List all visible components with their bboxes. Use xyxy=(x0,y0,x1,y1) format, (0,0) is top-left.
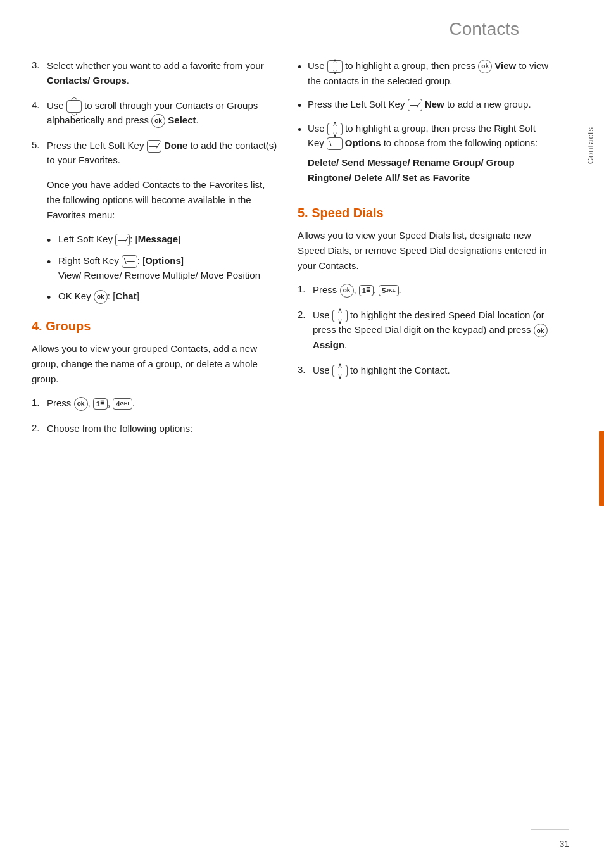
speed-content-3: Use ∧∨ to highlight the Contact. xyxy=(313,363,551,377)
bullet-content-options: Right Soft Key \—: [Options] View/ Remov… xyxy=(58,253,279,283)
item-content-4: Use ◠◡ to scroll through your Contacts o… xyxy=(47,98,279,128)
bullet-chat: • OK Key ok: [Chat] xyxy=(47,289,279,304)
key-4-ghi: 4GHI xyxy=(113,398,132,410)
bullet-message: • Left Soft Key —∕: [Message] xyxy=(47,232,279,246)
groups-item-2: 2. Choose from the following options: xyxy=(32,421,279,436)
view-bold: View xyxy=(494,60,516,71)
soft-right-opt: \— xyxy=(122,255,137,268)
item-content-5: Press the Left Soft Key —∕ Done to add t… xyxy=(47,138,279,168)
key-5-jkl: 5JKL xyxy=(379,285,398,296)
options-bold-r3: Options xyxy=(345,137,381,148)
nav-key-r1: ∧∨ xyxy=(327,60,343,73)
message-bold: Message xyxy=(138,234,178,244)
options-bold: Options xyxy=(145,255,181,266)
bullet-dot-3: • xyxy=(47,292,58,303)
item-content-3: Select whether you want to add a favorit… xyxy=(47,58,279,88)
groups-item-1: 1. Press ok, 1≣, 4GHI. xyxy=(32,396,279,411)
nav-key-4: ◠◡ xyxy=(66,100,82,113)
sidebar-label: Contacts xyxy=(586,127,595,164)
bullet-dot-r1: • xyxy=(298,61,308,73)
section-heading-speed-dials: 5. Speed Dials xyxy=(298,206,551,220)
bullet-options: • Right Soft Key \—: [Options] View/ Rem… xyxy=(47,253,279,283)
indent-para: Once you have added Contacts to the Favo… xyxy=(47,177,279,304)
speed-num-1: 1. xyxy=(298,282,313,298)
nav-key-s3: ∧∨ xyxy=(332,365,348,377)
speed-num-3: 3. xyxy=(298,363,313,377)
left-column: 3. Select whether you want to add a favo… xyxy=(32,58,279,446)
contacts-groups-bold: Contacts/ Groups xyxy=(47,75,127,85)
bullet-content-new: Press the Left Soft Key —∕ New to add a … xyxy=(308,97,551,111)
nav-key-r3: ∧∨ xyxy=(327,123,343,135)
item-num-3: 3. xyxy=(32,58,47,88)
new-bold: New xyxy=(425,99,444,110)
groups-num-2: 2. xyxy=(32,421,47,436)
indent-para-text: Once you have added Contacts to the Favo… xyxy=(47,177,279,223)
bullet-dot-2: • xyxy=(47,256,58,268)
bullet-content-message: Left Soft Key —∕: [Message] xyxy=(58,232,279,246)
ok-key-4: ok xyxy=(151,114,165,128)
list-item-5: 5. Press the Left Soft Key —∕ Done to ad… xyxy=(32,138,279,168)
ok-key-chat: ok xyxy=(94,290,108,304)
bullet-view-group: • Use ∧∨ to highlight a group, then pres… xyxy=(298,58,551,88)
speed-item-1: 1. Press ok, 1≣, 5JKL. xyxy=(298,282,551,298)
item-num-4: 4. xyxy=(32,98,47,128)
done-bold: Done xyxy=(164,140,188,151)
speed-num-2: 2. xyxy=(298,308,313,353)
options-list-text: Delete/ Send Message/ Rename Group/ Grou… xyxy=(308,155,551,186)
page-number: 31 xyxy=(559,839,569,849)
sidebar-tab: Contacts xyxy=(576,0,604,868)
page-title: Contacts xyxy=(32,19,551,39)
sidebar-bar xyxy=(599,431,604,506)
groups-content-1: Press ok, 1≣, 4GHI. xyxy=(47,396,279,411)
nav-key-s2: ∧∨ xyxy=(332,310,348,322)
bullet-dot-1: • xyxy=(47,235,58,246)
groups-options-bullet-list: • Use ∧∨ to highlight a group, then pres… xyxy=(298,58,551,191)
bullet-dot-r3: • xyxy=(298,124,308,135)
bullet-content-options-group: Use ∧∨ to highlight a group, then press … xyxy=(308,121,551,191)
speed-content-1: Press ok, 1≣, 5JKL. xyxy=(313,282,551,298)
ok-key-s2: ok xyxy=(534,324,548,337)
select-bold: Select xyxy=(168,115,196,125)
groups-content-2: Choose from the following options: xyxy=(47,421,279,436)
speed-item-2: 2. Use ∧∨ to highlight the desired Speed… xyxy=(298,308,551,353)
key-1-abc-s: 1≣ xyxy=(359,285,374,296)
bullet-content-chat: OK Key ok: [Chat] xyxy=(58,289,279,304)
bullet-content-view: Use ∧∨ to highlight a group, then press … xyxy=(308,58,551,88)
speed-item-3: 3. Use ∧∨ to highlight the Contact. xyxy=(298,363,551,377)
favorites-bullet-list: • Left Soft Key —∕: [Message] • Right So… xyxy=(47,232,279,304)
right-column: • Use ∧∨ to highlight a group, then pres… xyxy=(298,58,551,446)
options-text-block: Delete/ Send Message/ Rename Group/ Grou… xyxy=(308,155,551,186)
chat-bold: Chat xyxy=(115,291,136,301)
list-item-4: 4. Use ◠◡ to scroll through your Contact… xyxy=(32,98,279,128)
section-heading-groups: 4. Groups xyxy=(32,319,279,334)
groups-num-1: 1. xyxy=(32,396,47,411)
groups-para: Allows you to view your grouped Contacts… xyxy=(32,341,279,387)
ok-key-s1: ok xyxy=(340,284,354,298)
bottom-divider xyxy=(531,829,569,830)
soft-left-key-5: —∕ xyxy=(147,140,161,153)
soft-right-r3: \— xyxy=(327,137,343,150)
ok-key-r1: ok xyxy=(478,60,492,73)
soft-left-msg: —∕ xyxy=(115,234,130,246)
item-num-5: 5. xyxy=(32,138,47,168)
ok-key-g1: ok xyxy=(74,397,88,411)
key-1-abc: 1≣ xyxy=(93,398,108,410)
list-item-3: 3. Select whether you want to add a favo… xyxy=(32,58,279,88)
speed-dials-para: Allows you to view your Speed Dials list… xyxy=(298,228,551,274)
bullet-dot-r2: • xyxy=(298,100,308,111)
bullet-options-group: • Use ∧∨ to highlight a group, then pres… xyxy=(298,121,551,191)
page-container: Contacts 3. Select whether you want to a… xyxy=(0,0,604,868)
assign-bold: Assign xyxy=(313,339,344,350)
two-col-layout: 3. Select whether you want to add a favo… xyxy=(32,58,551,446)
soft-left-new: —∕ xyxy=(408,99,422,111)
speed-content-2: Use ∧∨ to highlight the desired Speed Di… xyxy=(313,308,551,353)
bullet-new-group: • Press the Left Soft Key —∕ New to add … xyxy=(298,97,551,111)
main-content: Contacts 3. Select whether you want to a… xyxy=(0,0,576,868)
